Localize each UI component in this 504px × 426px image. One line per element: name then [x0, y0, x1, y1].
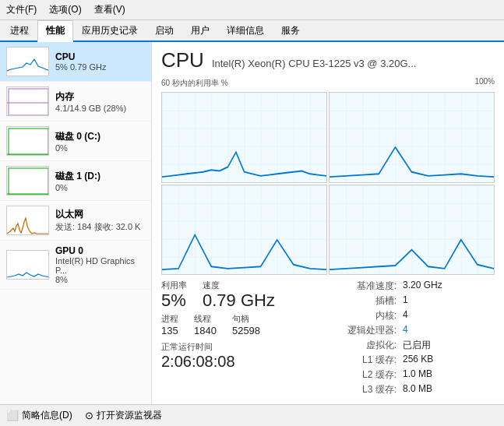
cpu-graph-bottomleft — [161, 185, 327, 276]
tab-details[interactable]: 详细信息 — [218, 20, 273, 42]
cpu-sidebar-info: CPU 5% 0.79 GHz — [55, 51, 145, 72]
spec-logical: 逻辑处理器: 4 — [334, 324, 495, 337]
speed-label: 速度 — [203, 280, 275, 291]
net-thumbnail — [6, 206, 49, 235]
gpu-detail2: 8% — [55, 275, 145, 284]
cpu-graph-svg-3 — [162, 185, 326, 275]
menubar: 文件(F) 选项(O) 查看(V) — [0, 0, 504, 20]
right-panel: CPU Intel(R) Xeon(R) CPU E3-1225 v3 @ 3.… — [152, 42, 504, 404]
mem-name: 内存 — [55, 90, 145, 104]
process-value: 135 — [161, 325, 178, 338]
svg-rect-2 — [9, 168, 48, 195]
cpu-graph-bottomright — [329, 185, 495, 276]
gpu-thumbnail — [6, 250, 49, 280]
sidebar-item-disk1[interactable]: 磁盘 1 (D:) 0% — [0, 161, 151, 201]
graph-time-label: 60 秒内的利用率 % — [161, 79, 228, 87]
cores-val: 4 — [403, 309, 408, 322]
disk1-thumbnail — [6, 166, 49, 195]
cpu-graph-topleft — [161, 92, 327, 183]
sidebar-item-cpu[interactable]: CPU 5% 0.79 GHz — [0, 42, 151, 82]
usage-value: 5% — [161, 291, 187, 310]
stat-speed: 速度 0.79 GHz — [203, 280, 275, 310]
stats-right: 基准速度: 3.20 GHz 插槽: 1 内核: 4 逻辑处理器: 4 — [334, 280, 495, 398]
net-detail: 发送: 184 接收: 32.0 K — [55, 221, 145, 233]
thread-value: 1840 — [194, 325, 217, 338]
gpu-sparkline-svg — [7, 251, 49, 280]
virt-val: 已启用 — [403, 339, 431, 352]
logical-val: 4 — [403, 324, 408, 337]
spec-l3: L3 缓存: 8.0 MB — [334, 383, 495, 396]
l3-key: L3 缓存: — [334, 383, 397, 396]
handle-label: 句柄 — [232, 313, 260, 325]
monitor-label[interactable]: 打开资源监视器 — [97, 409, 162, 422]
svg-rect-1 — [9, 129, 48, 155]
menu-options[interactable]: 选项(O) — [46, 2, 84, 18]
cpu-graph-topright — [329, 92, 495, 183]
mem-sidebar-info: 内存 4.1/14.9 GB (28%) — [55, 90, 145, 113]
tab-services[interactable]: 服务 — [273, 20, 308, 42]
base-speed-val: 3.20 GHz — [403, 280, 442, 293]
mem-thumbnail — [6, 86, 49, 116]
thread-label: 线程 — [194, 313, 217, 325]
svg-rect-3 — [162, 93, 326, 182]
disk1-sidebar-info: 磁盘 1 (D:) 0% — [55, 170, 145, 192]
socket-val: 1 — [403, 294, 408, 308]
tab-process[interactable]: 进程 — [2, 20, 37, 42]
stat-handle: 句柄 52598 — [232, 313, 260, 338]
svg-rect-4 — [330, 93, 494, 182]
tab-startup[interactable]: 启动 — [146, 20, 182, 42]
mem-detail: 4.1/14.9 GB (28%) — [55, 104, 145, 113]
stats-section: 利用率 5% 速度 0.79 GHz 进程 135 线程 184 — [161, 280, 495, 398]
disk0-name: 磁盘 0 (C:) — [55, 130, 145, 143]
cpu-graphs — [161, 92, 495, 275]
tab-app-history[interactable]: 应用历史记录 — [73, 20, 146, 42]
sidebar-item-memory[interactable]: 内存 4.1/14.9 GB (28%) — [0, 82, 151, 121]
spec-table: 基准速度: 3.20 GHz 插槽: 1 内核: 4 逻辑处理器: 4 — [334, 280, 495, 396]
main-area: CPU 5% 0.79 GHz 内存 4.1/14.9 GB (28%) — [0, 42, 504, 404]
speed-value: 0.79 GHz — [203, 291, 275, 310]
summary-toggle[interactable]: ⬜ 简略信息(D) — [6, 409, 72, 422]
sidebar-item-gpu[interactable]: GPU 0 Intel(R) HD Graphics P... 8% — [0, 241, 151, 290]
base-speed-key: 基准速度: — [334, 280, 397, 293]
spec-virt: 虚拟化: 已启用 — [334, 339, 495, 352]
disk0-sparkline-svg — [7, 127, 49, 156]
l1-key: L1 缓存: — [334, 354, 397, 367]
summary-label[interactable]: 简略信息(D) — [22, 409, 72, 422]
net-sparkline-svg — [7, 206, 49, 235]
cpu-graph-svg-2 — [330, 93, 494, 182]
spec-l1: L1 缓存: 256 KB — [334, 354, 495, 367]
svg-rect-5 — [162, 185, 326, 275]
cpu-detail: 5% 0.79 GHz — [55, 62, 145, 72]
sidebar-item-network[interactable]: 以太网 发送: 184 接收: 32.0 K — [0, 201, 151, 241]
spec-l2: L2 缓存: 1.0 MB — [334, 368, 495, 382]
spec-socket: 插槽: 1 — [334, 294, 495, 308]
sidebar-item-disk0[interactable]: 磁盘 0 (C:) 0% — [0, 121, 151, 161]
l3-val: 8.0 MB — [403, 383, 432, 396]
mem-sparkline-svg — [7, 87, 49, 116]
tab-users[interactable]: 用户 — [182, 20, 218, 42]
disk1-name: 磁盘 1 (D:) — [55, 170, 145, 183]
stat-row-process-thread-handle: 进程 135 线程 1840 句柄 52598 — [161, 313, 322, 338]
cpu-name: CPU — [55, 51, 145, 62]
stats-left: 利用率 5% 速度 0.79 GHz 进程 135 线程 184 — [161, 280, 322, 398]
cpu-header: CPU Intel(R) Xeon(R) CPU E3-1225 v3 @ 3.… — [161, 48, 495, 72]
gpu-name: GPU 0 — [55, 245, 145, 256]
usage-label: 利用率 — [161, 280, 187, 291]
menu-file[interactable]: 文件(F) — [3, 2, 40, 18]
tab-performance[interactable]: 性能 — [37, 20, 73, 42]
stat-row-usage-speed: 利用率 5% 速度 0.79 GHz — [161, 280, 322, 310]
disk0-thumbnail — [6, 126, 49, 156]
virt-key: 虚拟化: — [334, 339, 397, 352]
menu-view[interactable]: 查看(V) — [91, 2, 129, 18]
spec-base-speed: 基准速度: 3.20 GHz — [334, 280, 495, 293]
stat-thread: 线程 1840 — [194, 313, 217, 338]
summary-icon: ⬜ — [6, 410, 19, 421]
disk0-detail: 0% — [55, 143, 145, 153]
svg-rect-6 — [330, 185, 494, 275]
stat-process: 进程 135 — [161, 313, 178, 338]
socket-key: 插槽: — [334, 294, 397, 308]
resource-monitor-button[interactable]: ⊙ 打开资源监视器 — [85, 409, 162, 422]
process-label: 进程 — [161, 313, 178, 325]
cpu-panel-model: Intel(R) Xeon(R) CPU E3-1225 v3 @ 3.20G.… — [212, 58, 416, 69]
cpu-sparkline-svg — [7, 48, 49, 76]
